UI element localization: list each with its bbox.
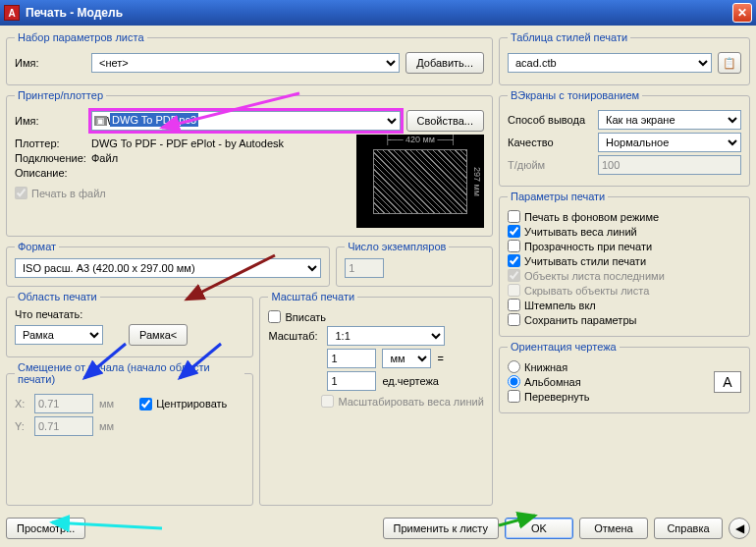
shade-quality-label: Качество <box>508 137 592 148</box>
x-label: X: <box>15 398 28 410</box>
desc-label: Описание: <box>15 167 85 179</box>
opt-last-label: Объекты листа последними <box>524 270 665 282</box>
opt-hide-checkbox <box>508 284 520 297</box>
style-table-edit-button[interactable]: 📋 <box>718 52 741 74</box>
page-setup-name-select[interactable]: <нет> <box>91 53 400 73</box>
app-icon: A <box>4 5 20 21</box>
opt-save-checkbox[interactable] <box>508 313 520 326</box>
orient-upside-checkbox[interactable] <box>508 390 520 403</box>
orient-upside-label: Перевернуть <box>524 391 590 403</box>
shade-quality-select[interactable]: Нормальное <box>598 133 741 152</box>
shade-dpi-input <box>598 155 741 175</box>
what-to-plot-label: Что печатать: <box>15 308 244 320</box>
style-table-group: Таблица стилей печати acad.ctb 📋 <box>499 31 750 85</box>
format-legend: Формат <box>15 241 59 252</box>
opt-transparency-checkbox[interactable] <box>508 240 520 252</box>
shade-legend: ВЭкраны с тонированием <box>508 89 642 101</box>
orientation-legend: Ориентация чертежа <box>508 341 620 353</box>
format-group: Формат ISO расш. A3 (420.00 x 297.00 мм) <box>6 241 330 287</box>
shade-dpi-label: Т/дюйм <box>508 159 592 171</box>
page-setup-name-label: Имя: <box>15 57 85 69</box>
print-to-file-checkbox <box>15 187 27 199</box>
y-input <box>34 416 93 436</box>
offset-legend: Смещение от начала (начало области печат… <box>15 361 244 385</box>
opt-stamp-checkbox[interactable] <box>508 299 520 311</box>
options-group: Параметры печати Печать в фоновом режиме… <box>499 191 750 337</box>
opt-lineweights-checkbox[interactable] <box>508 225 520 238</box>
scale-label: Масштаб: <box>268 330 321 342</box>
copies-input <box>345 258 384 278</box>
close-button[interactable]: ✕ <box>732 3 752 23</box>
center-label: Центрировать <box>156 398 227 410</box>
preview-button[interactable]: Просмотр... <box>6 518 85 539</box>
plot-area-legend: Область печати <box>15 291 100 302</box>
opt-lineweights-label: Учитывать веса линий <box>524 226 637 238</box>
options-legend: Параметры печати <box>508 191 608 202</box>
fit-checkbox[interactable] <box>268 310 281 323</box>
preview-height: 297 мм <box>472 167 482 196</box>
ok-button[interactable]: OK <box>505 518 573 539</box>
copies-legend: Число экземпляров <box>345 241 449 252</box>
scale-legend: Масштаб печати <box>268 291 357 302</box>
equals-label: = <box>437 353 443 364</box>
orient-portrait-radio[interactable] <box>508 360 520 373</box>
expand-button[interactable]: ◀ <box>729 518 750 539</box>
unit-count-input[interactable] <box>327 349 376 368</box>
scale-lineweights-checkbox <box>321 395 334 408</box>
window-title: Печать - Модель <box>26 6 732 20</box>
copies-group: Число экземпляров <box>336 241 493 287</box>
y-unit: мм <box>99 420 114 432</box>
help-button[interactable]: Справка <box>654 518 723 539</box>
cancel-button[interactable]: Отмена <box>579 518 648 539</box>
connect-label: Подключение: <box>15 152 85 164</box>
plot-area-group: Область печати Что печатать: Рамка Рамка… <box>6 291 253 357</box>
opt-bg-label: Печать в фоновом режиме <box>524 211 659 223</box>
orientation-group: Ориентация чертежа Книжная Альбомная Пер… <box>499 341 750 413</box>
scale-select[interactable]: 1:1 <box>327 326 445 346</box>
printer-name-select[interactable]: DWG To PDF.pc3 <box>91 111 401 131</box>
preview-width: 420 мм <box>405 135 435 144</box>
orientation-icon: A <box>714 371 741 393</box>
opt-styles-checkbox[interactable] <box>508 254 520 267</box>
orient-landscape-radio[interactable] <box>508 375 520 388</box>
title-bar: A Печать - Модель ✕ <box>0 0 756 26</box>
style-table-select[interactable]: acad.ctb <box>508 53 712 73</box>
what-to-plot-select[interactable]: Рамка <box>15 325 103 345</box>
drawing-unit-label: ед.чертежа <box>382 375 438 387</box>
y-label: Y: <box>15 420 28 432</box>
format-select[interactable]: ISO расш. A3 (420.00 x 297.00 мм) <box>15 258 321 278</box>
opt-styles-label: Учитывать стили печати <box>524 255 646 267</box>
offset-group: Смещение от начала (начало области печат… <box>6 361 253 506</box>
print-to-file-label: Печать в файл <box>31 188 106 199</box>
opt-bg-checkbox[interactable] <box>508 210 520 223</box>
printer-legend: Принтер/плоттер <box>15 89 106 101</box>
page-setup-legend: Набор параметров листа <box>15 31 147 43</box>
shade-mode-label: Способ вывода <box>508 114 592 126</box>
scale-lineweights-label: Масштабировать веса линий <box>338 396 483 408</box>
shade-group: ВЭкраны с тонированием Способ выводаКак … <box>499 89 750 187</box>
connect-value: Файл <box>91 152 118 164</box>
page-setup-add-button[interactable]: Добавить... <box>405 52 484 74</box>
orient-portrait-label: Книжная <box>524 361 567 373</box>
paper-preview: ├── 420 мм ──┤ 297 мм <box>356 135 484 228</box>
apply-button[interactable]: Применить к листу <box>383 518 500 539</box>
unit-select[interactable]: мм <box>382 349 431 368</box>
shade-mode-select[interactable]: Как на экране <box>598 110 741 130</box>
printer-group: Принтер/плоттер Имя: DWG To PDF.pc3 ▣ DW… <box>6 89 493 237</box>
drawing-count-input[interactable] <box>327 371 376 391</box>
opt-hide-label: Скрывать объекты листа <box>524 285 649 297</box>
fit-label: Вписать <box>285 311 326 323</box>
plotter-value: DWG To PDF - PDF ePlot - by Autodesk <box>91 137 284 149</box>
x-input <box>34 394 93 413</box>
opt-stamp-label: Штемпель вкл <box>524 300 596 311</box>
opt-transparency-label: Прозрачность при печати <box>524 241 652 252</box>
printer-properties-button[interactable]: Свойства... <box>406 110 484 132</box>
opt-last-checkbox <box>508 269 520 282</box>
orient-landscape-label: Альбомная <box>524 376 581 388</box>
plotter-label: Плоттер: <box>15 137 85 149</box>
center-checkbox[interactable] <box>139 398 152 410</box>
printer-name-label: Имя: <box>15 115 85 127</box>
x-unit: мм <box>99 398 114 410</box>
frame-button[interactable]: Рамка< <box>129 324 188 346</box>
page-setup-group: Набор параметров листа Имя: <нет> Добави… <box>6 31 493 85</box>
